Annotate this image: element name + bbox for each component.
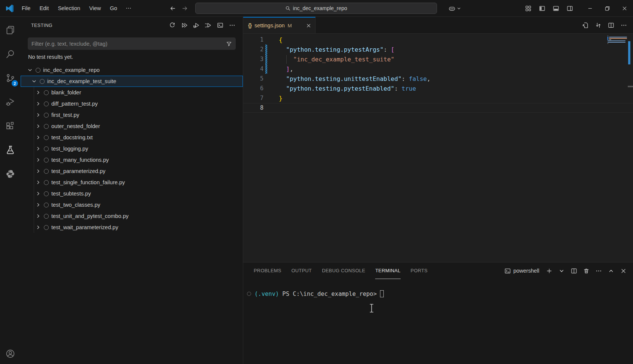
new-terminal-icon[interactable] — [546, 268, 552, 274]
tree-item-inc_dec_example_test_suite[interactable]: inc_dec_example_test_suite — [21, 76, 243, 87]
tree-item-test_two_classes.py[interactable]: test_two_classes.py — [21, 199, 243, 210]
panel-tab-debug-console[interactable]: DEBUG CONSOLE — [322, 263, 365, 279]
menu-edit[interactable]: Edit — [36, 4, 52, 13]
open-changes-icon[interactable] — [582, 22, 589, 28]
tree-item-label: outer_nested_folder — [51, 123, 100, 129]
nav-forward-icon[interactable] — [182, 5, 188, 12]
activity-source-control-icon[interactable]: 2 — [0, 68, 21, 88]
tree-item-outer_nested_folder[interactable]: outer_nested_folder — [21, 121, 243, 132]
tree-item-test_parameterized.py[interactable]: test_parameterized.py — [21, 166, 243, 177]
tree-item-blank_folder[interactable]: blank_folder — [21, 87, 243, 98]
test-state-circle-icon — [44, 146, 49, 151]
toggle-secondary-sidebar-icon[interactable] — [567, 5, 573, 12]
minimize-button[interactable] — [581, 0, 599, 17]
copilot-menu[interactable] — [449, 5, 461, 12]
toggle-panel-icon[interactable] — [553, 5, 559, 12]
customize-layout-icon[interactable] — [525, 5, 531, 12]
close-panel-icon[interactable] — [620, 268, 627, 274]
code-editor[interactable]: 1{2 "python.testing.pytestArgs": [3 "inc… — [243, 34, 633, 262]
activity-explorer-icon[interactable] — [0, 20, 21, 40]
chevron-right-icon[interactable] — [35, 191, 41, 197]
code-line-3[interactable]: 3 "inc_dec_example_test_suite" — [243, 54, 633, 64]
code-line-4[interactable]: 4 ], — [243, 64, 633, 74]
test-state-circle-icon — [44, 191, 49, 196]
chevron-right-icon[interactable] — [35, 90, 41, 95]
run-tests-icon[interactable] — [181, 22, 187, 28]
maximize-panel-icon[interactable] — [608, 268, 614, 274]
chevron-right-icon[interactable] — [35, 101, 41, 107]
chevron-right-icon[interactable] — [35, 157, 41, 163]
test-filter-input[interactable] — [31, 41, 226, 47]
maximize-restore-button[interactable] — [599, 0, 616, 17]
panel-tab-problems[interactable]: PROBLEMS — [254, 263, 281, 279]
panel-tab-ports[interactable]: PORTS — [411, 263, 428, 279]
toggle-primary-sidebar-icon[interactable] — [539, 5, 545, 12]
activity-testing-icon[interactable] — [0, 140, 21, 160]
close-window-button[interactable] — [616, 0, 633, 17]
chevron-right-icon[interactable] — [35, 202, 41, 208]
tree-item-first_test.py[interactable]: first_test.py — [21, 109, 243, 121]
chevron-down-icon[interactable] — [27, 67, 33, 73]
more-actions-icon[interactable] — [596, 268, 602, 274]
activity-python-icon[interactable] — [0, 164, 21, 183]
terminal-view[interactable]: (.venv) PS C:\inc_dec_example_repo> — [243, 279, 633, 364]
menu-selection[interactable]: Selection — [54, 4, 84, 13]
nav-back-icon[interactable] — [169, 5, 176, 12]
menu-file[interactable]: File — [18, 4, 34, 13]
filter-icon[interactable] — [226, 41, 232, 47]
tree-item-test_wait_parameterized.py[interactable]: test_wait_parameterized.py — [21, 222, 243, 233]
debug-tests-icon[interactable] — [193, 22, 199, 28]
more-actions-icon[interactable] — [229, 22, 235, 28]
more-actions-icon[interactable] — [621, 22, 627, 28]
tree-item-diff_pattern_test.py[interactable]: diff_pattern_test.py — [21, 98, 243, 109]
chevron-right-icon[interactable] — [35, 179, 41, 185]
chevron-right-icon[interactable] — [35, 112, 41, 118]
chevron-right-icon[interactable] — [35, 224, 41, 230]
overview-ruler[interactable] — [628, 34, 633, 262]
minimap[interactable] — [608, 35, 627, 45]
command-center-search[interactable]: inc_dec_example_repo — [195, 3, 437, 14]
activity-search-icon[interactable] — [0, 44, 21, 64]
launch-profile-icon[interactable] — [558, 268, 565, 274]
menu-view[interactable]: View — [85, 4, 105, 13]
tab-settings-json[interactable]: {} settings.json M — [243, 17, 316, 33]
refresh-tests-icon[interactable] — [169, 22, 175, 28]
code-line-5[interactable]: 5 "python.testing.unittestEnabled": fals… — [243, 74, 633, 84]
tree-item-test_subtests.py[interactable]: test_subtests.py — [21, 188, 243, 199]
compare-changes-icon[interactable] — [595, 22, 602, 28]
chevron-right-icon[interactable] — [35, 123, 41, 129]
code-line-8[interactable]: 8 — [243, 103, 633, 113]
activity-run-and-debug-icon[interactable] — [0, 92, 21, 112]
panel-tab-terminal[interactable]: TERMINAL — [375, 263, 400, 279]
show-output-icon[interactable] — [217, 22, 223, 28]
close-tab-icon[interactable] — [306, 23, 311, 28]
code-line-2[interactable]: 2 "python.testing.pytestArgs": [ — [243, 45, 633, 54]
tree-item-test_logging.py[interactable]: test_logging.py — [21, 143, 243, 154]
code-line-7[interactable]: 7} — [243, 93, 633, 103]
chevron-right-icon[interactable] — [35, 168, 41, 174]
terminal-shell-chip[interactable]: powershell — [504, 268, 539, 274]
chevron-right-icon[interactable] — [35, 146, 41, 152]
menu-more-icon[interactable] — [123, 4, 135, 13]
chevron-right-icon[interactable] — [35, 213, 41, 219]
chevron-down-icon[interactable] — [31, 78, 37, 84]
shell-label: powershell — [513, 268, 539, 274]
activity-extensions-icon[interactable] — [0, 116, 21, 136]
split-editor-icon[interactable] — [608, 22, 614, 28]
kill-terminal-icon[interactable] — [583, 268, 590, 274]
command-decoration-icon[interactable] — [247, 292, 251, 296]
tree-item-test_many_functions.py[interactable]: test_many_functions.py — [21, 154, 243, 166]
menu-go[interactable]: Go — [106, 4, 121, 13]
panel-tab-output[interactable]: OUTPUT — [292, 263, 312, 279]
run-with-coverage-icon[interactable] — [205, 22, 211, 28]
tree-item-test_single_function_failure.py[interactable]: test_single_function_failure.py — [21, 177, 243, 188]
activity-account-icon[interactable] — [0, 344, 21, 363]
split-terminal-icon[interactable] — [571, 268, 577, 274]
test-filter-box[interactable] — [28, 37, 236, 50]
tree-item-inc_dec_example_repo[interactable]: inc_dec_example_repo — [21, 64, 243, 76]
code-line-6[interactable]: 6 "python.testing.pytestEnabled": true — [243, 84, 633, 93]
tree-item-test_unit_and_pytest_combo.py[interactable]: test_unit_and_pytest_combo.py — [21, 210, 243, 222]
tree-item-test_docstring.txt[interactable]: test_docstring.txt — [21, 132, 243, 143]
chevron-right-icon[interactable] — [35, 134, 41, 140]
code-line-1[interactable]: 1{ — [243, 35, 633, 45]
